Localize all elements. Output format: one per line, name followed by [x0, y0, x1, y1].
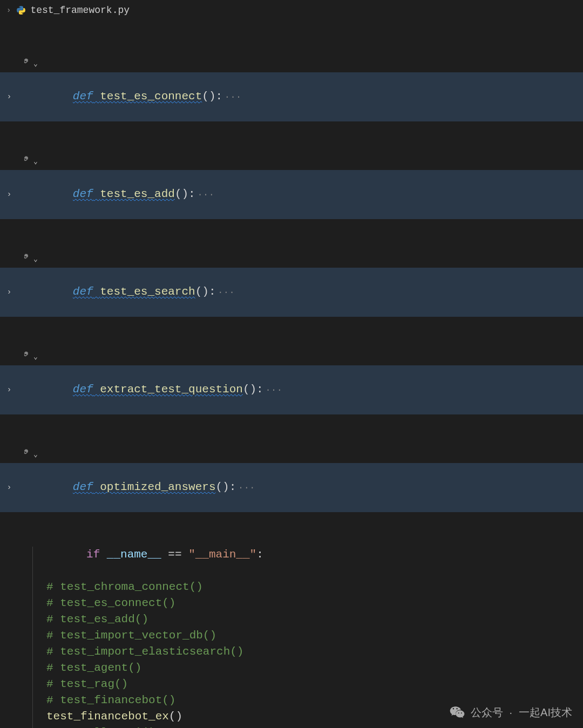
codelens-row: ⌄: [0, 154, 583, 170]
codelens-icon[interactable]: [21, 447, 30, 463]
folded-ellipsis[interactable]: ···: [195, 190, 215, 200]
code-line[interactable]: # test_es_connect(): [0, 595, 583, 611]
function-name: test_es_connect: [100, 90, 202, 103]
chevron-down-icon[interactable]: ⌄: [33, 447, 38, 463]
codelens-row: ⌄: [0, 447, 583, 463]
folded-ellipsis[interactable]: ···: [263, 385, 283, 395]
codelens-icon[interactable]: [21, 154, 30, 170]
wechat-icon: [449, 704, 465, 720]
code-line[interactable]: # test_llm_api(): [0, 725, 583, 728]
codelens-icon[interactable]: [21, 56, 30, 72]
codelens-row: ⌄: [0, 349, 583, 365]
function-def-line[interactable]: › def extract_test_question():···: [0, 365, 583, 414]
tab-filename: test_framework.py: [30, 5, 130, 16]
code-line[interactable]: # test_es_add(): [0, 611, 583, 628]
code-editor: › test_framework.py ⌄ › def test_es_conn…: [0, 0, 583, 728]
codelens-row: ⌄: [0, 251, 583, 268]
code-line[interactable]: # test_import_vector_db(): [0, 628, 583, 644]
code-line[interactable]: # test_agent(): [0, 660, 583, 676]
function-name: extract_test_question: [100, 383, 243, 396]
function-def-line[interactable]: › def test_es_add():···: [0, 170, 583, 219]
if-main-line: if __name__ == "__main__":: [18, 530, 583, 579]
folded-ellipsis[interactable]: ···: [216, 288, 235, 297]
function-name: optimized_answers: [100, 481, 215, 493]
codelens-icon[interactable]: [21, 349, 30, 365]
tab-file[interactable]: › test_framework.py: [0, 0, 138, 20]
code-line[interactable]: # test_chroma_connect(): [0, 579, 583, 595]
fold-chevron-icon[interactable]: ›: [0, 480, 18, 496]
chevron-down-icon[interactable]: ⌄: [33, 56, 38, 72]
watermark-label: 公众号: [471, 705, 503, 720]
watermark-separator: ·: [509, 706, 514, 719]
code-line[interactable]: # test_import_elasticsearch(): [0, 644, 583, 660]
function-def-line[interactable]: › def test_es_connect():···: [0, 72, 583, 121]
main-block: if __name__ == "__main__": # test_chroma…: [0, 530, 583, 728]
chevron-down-icon[interactable]: ⌄: [33, 154, 38, 170]
fold-chevron-icon[interactable]: ›: [0, 187, 18, 203]
chevron-down-icon[interactable]: ⌄: [33, 349, 38, 365]
fold-chevron-icon[interactable]: ›: [0, 284, 18, 301]
folded-ellipsis[interactable]: ···: [222, 92, 242, 102]
tab-bar: › test_framework.py: [0, 0, 583, 21]
function-def-line[interactable]: › def test_es_search():···: [0, 268, 583, 317]
folded-ellipsis[interactable]: ···: [236, 483, 255, 493]
code-area[interactable]: ⌄ › def test_es_connect():··· ⌄ › def te…: [0, 21, 583, 728]
fold-chevron-icon[interactable]: ›: [0, 382, 18, 398]
fold-chevron-icon[interactable]: ›: [0, 89, 18, 105]
function-def-line[interactable]: › def optimized_answers():···: [0, 463, 583, 512]
python-file-icon: [16, 5, 26, 15]
function-name: test_es_add: [100, 188, 175, 200]
watermark-name: 一起AI技术: [519, 705, 572, 720]
codelens-row: ⌄: [0, 56, 583, 72]
chevron-down-icon[interactable]: ⌄: [33, 251, 38, 268]
chevron-right-icon: ›: [6, 6, 11, 15]
function-name: test_es_search: [100, 285, 195, 298]
watermark: 公众号 · 一起AI技术: [449, 704, 572, 720]
code-line[interactable]: # test_rag(): [0, 676, 583, 692]
codelens-icon[interactable]: [21, 251, 30, 268]
